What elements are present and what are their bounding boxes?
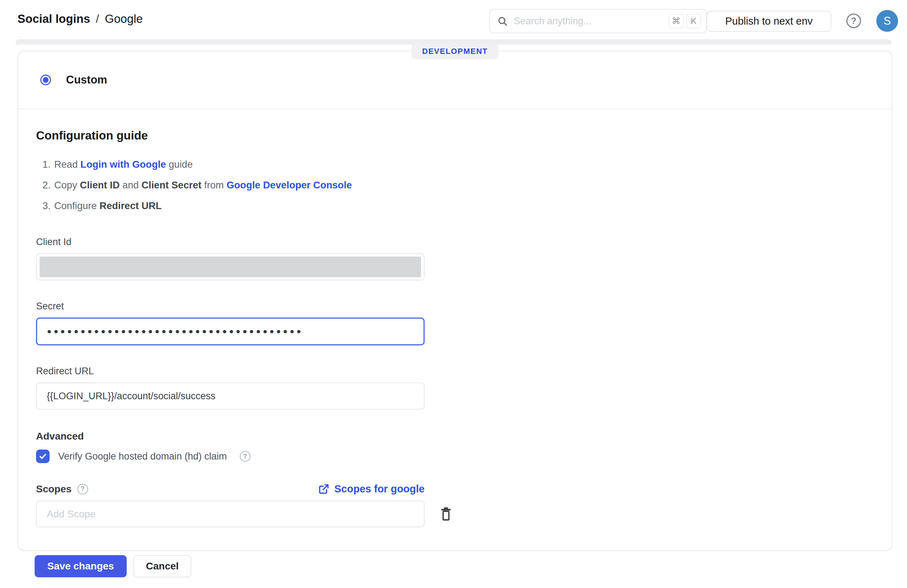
provider-config-card: Custom Configuration guide 1.Read Login … xyxy=(18,51,893,551)
scopes-label-group: Scopes ? xyxy=(36,484,88,495)
step-text: from xyxy=(202,179,227,191)
guide-step-3: 3.Configure Redirect URL xyxy=(42,195,874,216)
scopes-header-row: Scopes ? Scopes for google xyxy=(36,483,425,495)
global-search[interactable]: ⌘ K xyxy=(489,9,707,33)
publish-to-next-env-button[interactable]: Publish to next env xyxy=(707,11,832,32)
trash-icon xyxy=(439,506,452,522)
breadcrumb-separator: / xyxy=(96,12,99,26)
step-number: 1. xyxy=(42,159,51,170)
breadcrumb: Social logins / Google xyxy=(18,12,143,26)
client-id-field[interactable] xyxy=(36,253,425,280)
hd-claim-help-icon[interactable]: ? xyxy=(240,451,250,462)
social-login-google-page: Social logins / Google ⌘ K Publish to ne… xyxy=(0,0,907,588)
search-input[interactable] xyxy=(514,16,666,27)
scopes-help-icon[interactable]: ? xyxy=(77,484,88,495)
step-text: and xyxy=(120,179,141,191)
avatar[interactable]: S xyxy=(876,10,898,32)
hd-claim-label: Verify Google hosted domain (hd) claim xyxy=(58,451,227,462)
step-number: 2. xyxy=(42,179,51,191)
save-changes-button[interactable]: Save changes xyxy=(35,555,127,577)
step-number: 3. xyxy=(42,200,51,211)
client-id-label: Client Id xyxy=(36,236,874,248)
help-icon[interactable]: ? xyxy=(846,14,861,28)
secret-field[interactable] xyxy=(36,317,425,345)
login-with-google-link[interactable]: Login with Google xyxy=(80,159,166,170)
redirect-url-input[interactable] xyxy=(47,391,414,402)
add-scope-input[interactable] xyxy=(47,508,414,520)
radio-dot xyxy=(43,77,48,83)
secret-label: Secret xyxy=(36,300,874,312)
redirect-url-label: Redirect URL xyxy=(36,365,874,377)
scopes-link-label: Scopes for google xyxy=(334,483,425,495)
client-id-term: Client ID xyxy=(80,179,120,191)
cmd-keycap: ⌘ xyxy=(669,14,684,29)
step-text: Copy xyxy=(54,179,80,191)
search-icon xyxy=(497,16,508,27)
add-scope-field[interactable] xyxy=(36,501,425,527)
configuration-guide-title: Configuration guide xyxy=(36,128,874,143)
client-secret-term: Client Secret xyxy=(141,179,201,191)
breadcrumb-google: Google xyxy=(105,12,143,26)
environment-badge: DEVELOPMENT xyxy=(412,43,498,59)
hd-claim-checkbox[interactable] xyxy=(36,450,50,463)
hd-claim-row: Verify Google hosted domain (hd) claim ? xyxy=(36,450,874,463)
client-id-redacted-value xyxy=(40,256,421,277)
guide-step-1: 1.Read Login with Google guide xyxy=(42,154,874,175)
scopes-label: Scopes xyxy=(36,484,72,495)
configuration-guide-steps: 1.Read Login with Google guide 2.Copy Cl… xyxy=(36,154,874,216)
cancel-button[interactable]: Cancel xyxy=(133,555,191,577)
google-developer-console-link[interactable]: Google Developer Console xyxy=(227,179,352,191)
scopes-for-google-link[interactable]: Scopes for google xyxy=(318,483,425,495)
custom-radio-label: Custom xyxy=(66,74,107,87)
add-scope-row xyxy=(36,501,874,527)
redirect-url-term: Redirect URL xyxy=(99,200,162,211)
form-actions: Save changes Cancel xyxy=(35,555,191,577)
delete-scope-button[interactable] xyxy=(439,506,452,522)
step-text: Read xyxy=(54,159,80,170)
redirect-url-field[interactable] xyxy=(36,383,425,410)
provider-type-custom-option[interactable]: Custom xyxy=(18,51,892,109)
breadcrumb-social-logins[interactable]: Social logins xyxy=(18,12,90,26)
card-content: Configuration guide 1.Read Login with Go… xyxy=(18,128,892,527)
external-link-icon xyxy=(318,484,329,495)
step-text: guide xyxy=(166,159,193,170)
checkmark-icon xyxy=(38,452,47,461)
radio-selected-icon[interactable] xyxy=(40,75,51,85)
guide-step-2: 2.Copy Client ID and Client Secret from … xyxy=(42,175,874,195)
step-text: Configure xyxy=(54,200,99,211)
advanced-section-label: Advanced xyxy=(36,430,874,442)
secret-input[interactable] xyxy=(47,325,413,339)
k-keycap: K xyxy=(686,14,701,29)
